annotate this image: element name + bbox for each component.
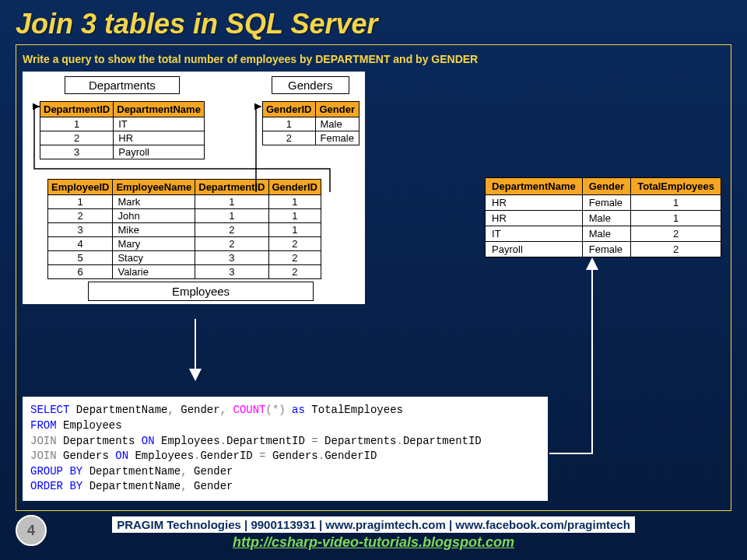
cell: 4: [48, 237, 113, 251]
col-header: EmployeeID: [48, 180, 113, 195]
cell: IT: [486, 226, 583, 242]
col-header: Gender: [315, 102, 359, 117]
employees-label: Employees: [88, 282, 314, 301]
cell: Valarie: [113, 265, 195, 279]
cell: Female: [315, 131, 359, 145]
cell: IT: [114, 117, 205, 131]
cell: 1: [268, 209, 321, 223]
cell: 1: [40, 117, 114, 131]
cell: 3: [195, 265, 268, 279]
cell: HR: [486, 211, 583, 226]
cell: Mark: [113, 195, 195, 209]
cell: 6: [48, 265, 113, 279]
cell: Male: [315, 117, 359, 131]
cell: Mike: [113, 223, 195, 237]
slide-title: Join 3 tables in SQL Server: [0, 0, 747, 44]
cell: 2: [195, 237, 268, 251]
cell: 2: [268, 237, 321, 251]
cell: Female: [582, 242, 631, 257]
cell: John: [113, 209, 195, 223]
cell: HR: [114, 131, 205, 145]
footer-link[interactable]: http://csharp-video-tutorials.blogspot.c…: [0, 534, 747, 551]
cell: Male: [582, 226, 631, 242]
sql-query: SELECT DepartmentName, Gender, COUNT(*) …: [23, 397, 548, 501]
footer-bar: PRAGIM Technologies | 9900113931 | www.p…: [112, 516, 635, 533]
schema-diagram: Departments Genders DepartmentIDDepartme…: [23, 72, 365, 304]
departments-table: DepartmentIDDepartmentName 1IT 2HR 3Payr…: [40, 101, 205, 159]
cell: Stacy: [113, 251, 195, 265]
cell: 2: [268, 251, 321, 265]
col-header: GenderID: [268, 180, 321, 195]
col-header: DepartmentID: [40, 102, 114, 117]
cell: 2: [631, 242, 721, 257]
cell: 2: [195, 223, 268, 237]
col-header: EmployeeName: [113, 180, 195, 195]
cell: 1: [48, 195, 113, 209]
cell: 1: [631, 211, 721, 226]
cell: Mary: [113, 237, 195, 251]
cell: 2: [263, 131, 316, 145]
cell: Male: [582, 211, 631, 226]
genders-label: Genders: [272, 76, 349, 94]
cell: 1: [268, 223, 321, 237]
col-header: Gender: [582, 178, 631, 195]
result-table: DepartmentName Gender TotalEmployees HRF…: [485, 177, 721, 257]
genders-table: GenderIDGender 1Male 2Female: [262, 101, 359, 145]
col-header: DepartmentName: [486, 178, 583, 195]
departments-label: Departments: [65, 76, 180, 94]
content-frame: Write a query to show the total number o…: [16, 44, 731, 511]
cell: 5: [48, 251, 113, 265]
cell: 3: [40, 145, 114, 159]
col-header: DepartmentName: [114, 102, 205, 117]
cell: 1: [268, 195, 321, 209]
cell: 1: [631, 195, 721, 211]
cell: 1: [195, 209, 268, 223]
cell: 2: [268, 265, 321, 279]
cell: 2: [48, 209, 113, 223]
cell: 2: [631, 226, 721, 242]
footer: PRAGIM Technologies | 9900113931 | www.p…: [0, 516, 747, 551]
cell: HR: [486, 195, 583, 211]
cell: 1: [263, 117, 316, 131]
cell: Payroll: [486, 242, 583, 257]
slide-subtitle: Write a query to show the total number o…: [23, 51, 724, 72]
cell: 2: [40, 131, 114, 145]
cell: Female: [582, 195, 631, 211]
col-header: GenderID: [263, 102, 316, 117]
col-header: TotalEmployees: [631, 178, 721, 195]
cell: 3: [48, 223, 113, 237]
cell: 1: [195, 195, 268, 209]
cell: Payroll: [114, 145, 205, 159]
employees-table: EmployeeID EmployeeName DepartmentID Gen…: [47, 179, 321, 279]
col-header: DepartmentID: [195, 180, 268, 195]
cell: 3: [195, 251, 268, 265]
